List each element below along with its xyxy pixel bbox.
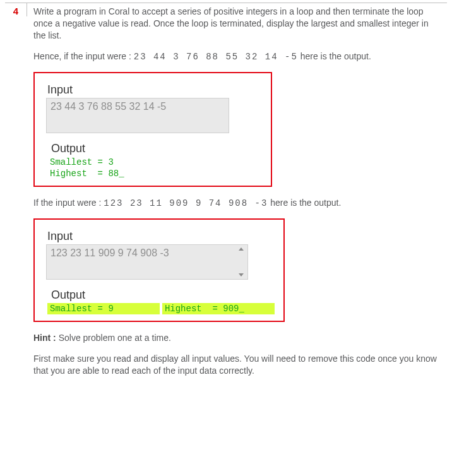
example1-box: Input 23 44 3 76 88 55 32 14 -5 Output S… — [33, 72, 272, 187]
page: 4 Write a program in Coral to accept a s… — [0, 0, 452, 386]
footer-paragraph: First make sure you read and display all… — [33, 353, 443, 377]
intro2-suffix: here is the output. — [268, 198, 341, 208]
hint-paragraph: Hint : Solve problem one at a time. — [33, 332, 443, 344]
input-value-text: 123 23 11 909 9 74 908 -3 — [51, 247, 169, 258]
output-label: Output — [51, 289, 283, 302]
scroll-up-icon[interactable] — [239, 247, 244, 251]
input-label: Input — [47, 83, 271, 97]
example2-intro: If the input were : 123 23 11 909 9 74 9… — [33, 197, 443, 210]
input-value-text: 23 44 3 76 88 55 32 14 -5 — [51, 101, 166, 112]
output-block: Output Smallest = 9 Highest = 909_ — [47, 289, 283, 314]
question-number: 4 — [5, 3, 27, 16]
input-field[interactable]: 123 23 11 909 9 74 908 -3 — [46, 244, 248, 280]
output-line-smallest: Smallest = 9 — [47, 303, 160, 314]
question-row: 4 Write a program in Coral to accept a s… — [5, 3, 447, 381]
intro1-numbers: 23 44 3 76 88 55 32 14 -5 — [134, 52, 298, 62]
question-content: Write a program in Coral to accept a ser… — [27, 3, 447, 381]
output-block: Output Smallest = 3 Highest = 88_ — [47, 142, 271, 179]
example1-intro: Hence, if the input were : 23 44 3 76 88… — [33, 51, 443, 63]
scroll-down-icon[interactable] — [239, 273, 244, 277]
output-line-smallest: Smallest = 3 — [47, 157, 271, 168]
output-line-highest: Highest = 909_ — [162, 303, 275, 314]
example2-box: Input 123 23 11 909 9 74 908 -3 Output S… — [33, 218, 285, 322]
hint-label: Hint : — [33, 333, 59, 343]
intro2-numbers: 123 23 11 909 9 74 908 -3 — [104, 198, 268, 208]
intro1-suffix: here is the output. — [298, 51, 371, 61]
prompt-paragraph: Write a program in Coral to accept a ser… — [33, 6, 443, 42]
output-line-highest: Highest = 88_ — [47, 168, 271, 179]
output-label: Output — [51, 142, 271, 155]
input-scrollbar[interactable] — [237, 247, 245, 277]
intro2-prefix: If the input were : — [33, 198, 104, 208]
hint-text: Solve problem one at a time. — [59, 333, 171, 343]
input-label: Input — [47, 230, 283, 243]
intro1-prefix: Hence, if the input were : — [33, 51, 134, 61]
input-field[interactable]: 23 44 3 76 88 55 32 14 -5 — [46, 98, 229, 133]
